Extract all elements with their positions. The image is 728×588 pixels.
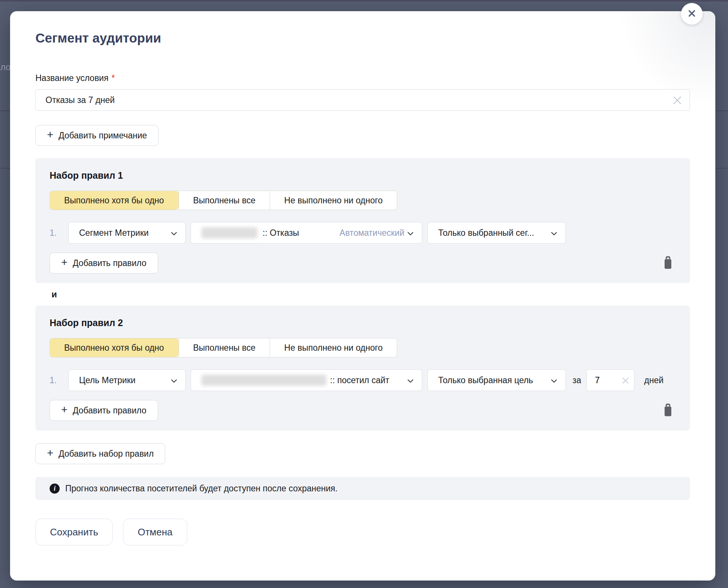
chevron-down-icon <box>171 375 177 385</box>
info-bar: i Прогноз количества посетителей будет д… <box>35 477 690 500</box>
cancel-button[interactable]: Отмена <box>123 519 187 545</box>
match-option-none[interactable]: Не выполнено ни одного <box>270 338 397 357</box>
plus-icon: + <box>47 448 53 459</box>
chevron-down-icon <box>407 228 414 238</box>
rule-scope-select[interactable]: Только выбранная цель <box>427 369 566 391</box>
rule-set-title: Набор правил 1 <box>50 170 676 181</box>
period-days-input[interactable] <box>587 375 621 385</box>
chevron-down-icon <box>407 375 414 385</box>
plus-icon: + <box>61 257 68 268</box>
rule-set-footer: + Добавить правило <box>50 400 676 421</box>
clear-input-icon[interactable] <box>672 96 682 105</box>
period-label: за <box>572 375 581 385</box>
info-icon: i <box>50 484 60 494</box>
add-rule-button[interactable]: + Добавить правило <box>50 253 158 273</box>
redacted-goal-name <box>201 375 326 386</box>
chevron-down-icon <box>551 375 557 385</box>
delete-rule-set-button[interactable] <box>660 403 676 417</box>
match-option-none[interactable]: Не выполнено ни одного <box>270 191 397 210</box>
dialog-footer: Сохранить Отмена <box>35 519 690 545</box>
rule-type-select[interactable]: Сегмент Метрики <box>68 222 186 244</box>
plus-icon: + <box>47 129 53 140</box>
rule-set-2: Набор правил 2 Выполнено хотя бы одно Вы… <box>35 306 690 431</box>
rule-index: 1. <box>50 375 68 385</box>
page-backdrop: ло Сегмент аудитории Название условия * … <box>0 0 728 588</box>
dialog-title: Сегмент аудитории <box>35 31 690 46</box>
rule-row: 1. Сегмент Метрики :: Отказы Автоматичес… <box>50 222 676 244</box>
match-mode-toggle: Выполнено хотя бы одно Выполнены все Не … <box>50 338 397 357</box>
match-mode-toggle: Выполнено хотя бы одно Выполнены все Не … <box>50 191 397 210</box>
period-unit: дней <box>644 375 663 385</box>
background-partial-text: ло <box>0 62 11 72</box>
name-input-wrap <box>35 89 690 111</box>
value-mode-dropdown[interactable]: Автоматический <box>339 228 414 238</box>
rule-value-field[interactable]: :: посетил сайт <box>191 369 422 391</box>
delete-rule-set-button[interactable] <box>660 256 676 270</box>
and-connector: и <box>51 289 690 300</box>
match-option-any[interactable]: Выполнено хотя бы одно <box>50 191 179 210</box>
rule-set-footer: + Добавить правило <box>50 253 676 273</box>
trash-icon <box>662 266 674 271</box>
info-message: Прогноз количества посетителей будет дос… <box>65 484 338 494</box>
add-rule-set-button[interactable]: + Добавить набор правил <box>35 443 165 464</box>
rule-set-1: Набор правил 1 Выполнено хотя бы одно Вы… <box>35 158 690 283</box>
redacted-counter-name <box>201 227 257 238</box>
condition-name-input[interactable] <box>46 95 666 105</box>
period-input-wrap <box>586 369 634 391</box>
rule-value-field[interactable]: :: Отказы Автоматический <box>191 222 422 244</box>
segment-dialog: Сегмент аудитории Название условия * + Д… <box>10 11 715 581</box>
chevron-down-icon <box>171 228 177 238</box>
rule-set-title: Набор правил 2 <box>50 318 676 328</box>
trash-icon <box>662 413 674 419</box>
name-field-label: Название условия * <box>35 73 690 83</box>
match-option-all[interactable]: Выполнены все <box>179 338 270 357</box>
rule-scope-select[interactable]: Только выбранный сег... <box>427 222 566 244</box>
match-option-all[interactable]: Выполнены все <box>179 191 270 210</box>
add-note-button[interactable]: + Добавить примечание <box>35 125 159 146</box>
clear-period-icon[interactable] <box>621 376 630 385</box>
rule-index: 1. <box>50 228 68 238</box>
rule-type-select[interactable]: Цель Метрики <box>68 369 186 391</box>
rule-row: 1. Цель Метрики :: посетил сайт Только в… <box>50 369 676 391</box>
close-icon <box>687 9 697 19</box>
close-button[interactable] <box>681 3 703 25</box>
save-button[interactable]: Сохранить <box>35 519 113 545</box>
match-option-any[interactable]: Выполнено хотя бы одно <box>50 338 179 357</box>
chevron-down-icon <box>551 228 557 238</box>
add-rule-button[interactable]: + Добавить правило <box>50 400 158 421</box>
plus-icon: + <box>61 404 68 415</box>
period-group: за дней <box>572 369 663 391</box>
required-asterisk: * <box>112 73 115 83</box>
